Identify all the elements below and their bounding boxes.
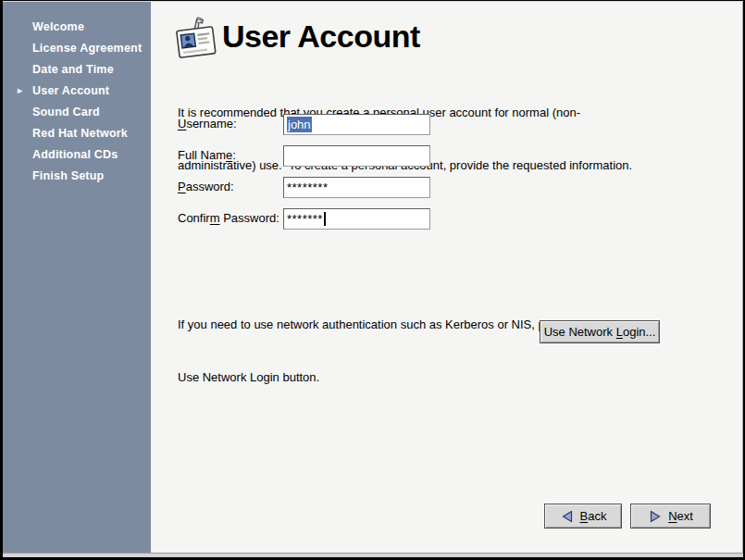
sidebar-item-label: Finish Setup xyxy=(32,169,104,182)
username-input[interactable]: john xyxy=(283,114,430,135)
username-label: Username: xyxy=(178,117,237,131)
sidebar-item-label: Welcome xyxy=(32,20,84,33)
page-title: User Account xyxy=(222,19,420,55)
password-input[interactable]: ******** xyxy=(283,177,430,198)
full-name-label: Full Name: xyxy=(178,148,236,162)
setup-wizard-window: Welcome License Agreement Date and Time … xyxy=(0,0,745,560)
sidebar-item-license-agreement: License Agreement xyxy=(3,37,151,58)
window-bottom-edge xyxy=(3,553,743,557)
sidebar-item-label: Additional CDs xyxy=(32,148,118,161)
network-auth-line: Use Network Login button. xyxy=(178,368,620,386)
back-button[interactable]: Back xyxy=(544,504,622,529)
next-button[interactable]: Next xyxy=(630,504,711,529)
confirm-password-input[interactable]: ******* xyxy=(283,208,430,230)
use-network-login-label: Use Network Login... xyxy=(544,325,656,339)
back-label: Back xyxy=(580,509,607,523)
network-auth-text: If you need to use network authenticatio… xyxy=(178,280,620,421)
masked-password-text: ******* xyxy=(287,212,323,226)
id-badge-icon xyxy=(173,14,219,68)
active-step-arrow-icon: ▸ xyxy=(18,85,32,95)
password-label: Password: xyxy=(178,180,234,193)
confirm-password-label: Confirm Password: xyxy=(178,211,279,225)
sidebar-item-red-hat-network: Red Hat Network xyxy=(3,122,151,143)
selected-text: john xyxy=(287,117,312,132)
sidebar-item-welcome: Welcome xyxy=(3,16,151,37)
window-content: Welcome License Agreement Date and Time … xyxy=(3,1,743,557)
sidebar-item-label: User Account xyxy=(32,84,109,97)
next-label: Next xyxy=(668,509,693,523)
sidebar-item-label: Red Hat Network xyxy=(32,127,128,140)
sidebar-item-label: License Agreement xyxy=(32,42,142,55)
sidebar-item-additional-cds: Additional CDs xyxy=(3,143,151,165)
sidebar-item-label: Date and Time xyxy=(32,63,114,76)
sidebar-item-user-account: ▸ User Account xyxy=(3,80,151,101)
sidebar-item-sound-card: Sound Card xyxy=(3,101,151,122)
masked-password-text: ******** xyxy=(287,180,328,194)
full-name-input[interactable] xyxy=(283,145,430,167)
sidebar-item-date-and-time: Date and Time xyxy=(3,58,151,80)
sidebar: Welcome License Agreement Date and Time … xyxy=(3,2,151,553)
sidebar-item-finish-setup: Finish Setup xyxy=(3,165,151,186)
use-network-login-button[interactable]: Use Network Login... xyxy=(540,320,660,343)
sidebar-item-label: Sound Card xyxy=(32,106,100,118)
text-caret xyxy=(324,212,326,226)
next-arrow-icon xyxy=(648,509,663,524)
back-arrow-icon xyxy=(560,509,575,524)
